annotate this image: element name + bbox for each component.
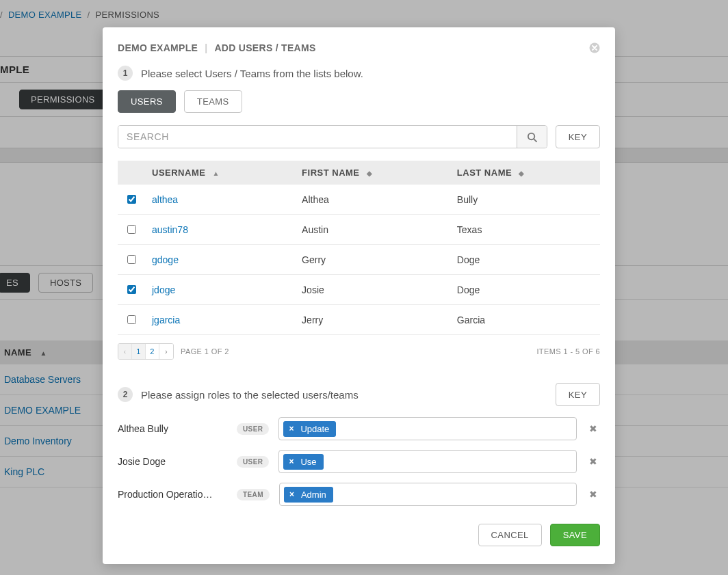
sort-icon: ◆ [367,170,373,177]
last-name-cell: Doge [450,275,600,305]
col-username-label: USERNAME [152,168,205,178]
assignment-row: Josie DogeUSER×Use✖ [118,450,600,473]
role-tag-label: Update [300,424,329,434]
assignment-type-badge: USER [237,423,269,435]
table-row: gdogeGerryDoge [118,245,600,275]
user-checkbox[interactable] [127,315,136,324]
users-teams-tabs: USERS TEAMS [118,90,600,113]
role-tag: ×Use [283,454,323,470]
chevron-left-icon: ‹ [123,347,126,356]
pager-page-2[interactable]: 2 [146,344,159,359]
col-username[interactable]: USERNAME ▲ [145,161,295,185]
sort-icon: ◆ [519,170,525,177]
remove-tag-icon[interactable]: × [289,490,294,499]
assignment-name: Althea Bully [118,423,227,434]
remove-tag-icon[interactable]: × [289,457,294,466]
search-button[interactable] [517,126,547,148]
last-name-cell: Texas [450,215,600,245]
assignment-name: Production Operatio… [118,489,227,500]
username-link[interactable]: althea [152,194,178,205]
user-checkbox[interactable] [127,255,136,264]
username-link[interactable]: jdoge [152,284,175,295]
table-row: jgarciaJerryGarcia [118,305,600,335]
last-name-cell: Garcia [450,305,600,335]
assignment-row: Production Operatio…TEAM×Admin✖ [118,483,600,506]
pager-items-text: ITEMS 1 - 5 OF 6 [536,347,600,356]
modal-title-action: ADD USERS / TEAMS [214,42,315,53]
pager-page-text: PAGE 1 OF 2 [181,347,229,356]
assignment-row: Althea BullyUSER×Update✖ [118,417,600,440]
table-row: altheaAltheaBully [118,185,600,215]
col-firstname-label: FIRST NAME [302,168,359,178]
role-tag: ×Admin [284,487,333,503]
remove-assignment-icon[interactable]: ✖ [586,456,600,467]
role-input[interactable]: ×Use [278,450,577,473]
user-checkbox[interactable] [127,225,136,234]
pager-page-1[interactable]: 1 [132,344,146,359]
col-lastname[interactable]: LAST NAME ◆ [450,161,600,185]
col-lastname-label: LAST NAME [457,168,512,178]
col-firstname[interactable]: FIRST NAME ◆ [295,161,450,185]
sort-asc-icon: ▲ [213,170,220,177]
last-name-cell: Bully [450,185,600,215]
table-row: austin78AustinTexas [118,215,600,245]
role-input[interactable]: ×Admin [279,483,577,506]
assignment-name: Josie Doge [118,456,227,467]
username-link[interactable]: austin78 [152,224,188,235]
table-row: jdogeJosieDoge [118,275,600,305]
user-checkbox[interactable] [127,285,136,294]
users-table: USERNAME ▲ FIRST NAME ◆ LAST NAME ◆ alth… [118,161,600,335]
modal-title-divider: | [205,42,207,53]
assignment-type-badge: TEAM [237,489,270,500]
step-2: 2 Please assign roles to the selected us… [118,383,600,406]
pager-prev[interactable]: ‹ [118,344,132,359]
username-link[interactable]: jgarcia [152,315,180,325]
first-name-cell: Gerry [295,245,450,275]
remove-assignment-icon[interactable]: ✖ [586,423,600,434]
search-icon [527,132,537,142]
role-tag-label: Admin [301,490,326,500]
modal-title: DEMO EXAMPLE | ADD USERS / TEAMS [118,42,316,53]
remove-assignment-icon[interactable]: ✖ [586,489,600,500]
step-1-badge: 1 [118,66,133,81]
pager: ‹ 1 2 › PAGE 1 OF 2 [118,343,229,360]
search-input[interactable] [118,126,517,148]
first-name-cell: Josie [295,275,450,305]
key-button-top[interactable]: KEY [556,125,600,148]
step-1: 1 Please select Users / Teams from the l… [118,66,600,81]
tab-users[interactable]: USERS [118,90,176,113]
user-checkbox[interactable] [127,195,136,204]
username-link[interactable]: gdoge [152,254,179,265]
first-name-cell: Jerry [295,305,450,335]
add-users-teams-modal: DEMO EXAMPLE | ADD USERS / TEAMS 1 Pleas… [103,27,615,564]
modal-title-org: DEMO EXAMPLE [118,42,198,53]
tab-teams[interactable]: TEAMS [184,90,242,113]
svg-line-2 [534,139,536,142]
col-checkbox [118,161,145,185]
key-button-bottom[interactable]: KEY [556,383,600,406]
close-icon[interactable] [589,42,600,53]
step-2-badge: 2 [118,387,133,402]
assignment-list: Althea BullyUSER×Update✖Josie DogeUSER×U… [118,417,600,506]
role-tag: ×Update [283,421,336,437]
remove-tag-icon[interactable]: × [289,424,294,433]
step-1-text: Please select Users / Teams from the lis… [141,68,363,79]
role-input[interactable]: ×Update [278,417,577,440]
modal-footer: CANCEL SAVE [118,524,600,546]
save-button[interactable]: SAVE [550,524,600,546]
cancel-button[interactable]: CANCEL [478,524,542,546]
first-name-cell: Althea [295,185,450,215]
chevron-right-icon: › [165,347,168,356]
first-name-cell: Austin [295,215,450,245]
assignment-type-badge: USER [237,456,269,468]
pager-next[interactable]: › [159,344,173,359]
role-tag-label: Use [300,457,316,467]
search-group [118,125,547,148]
step-2-text: Please assign roles to the selected user… [141,389,359,401]
last-name-cell: Doge [450,245,600,275]
